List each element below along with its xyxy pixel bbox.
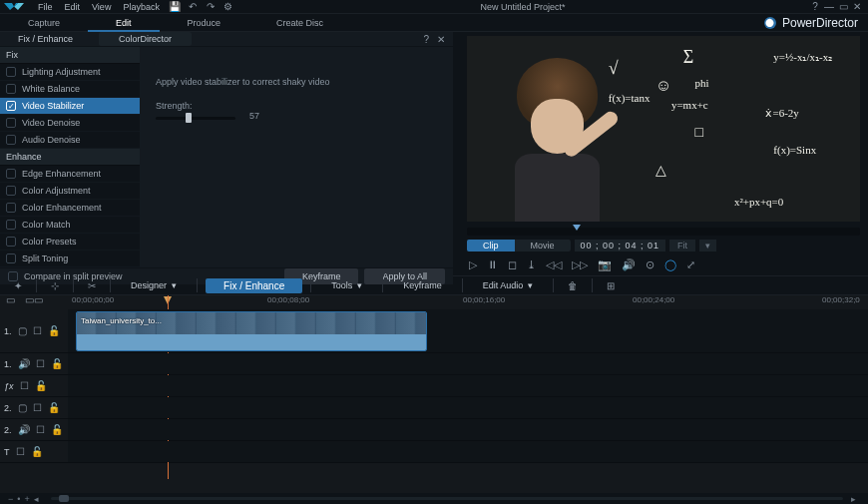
loop-icon[interactable]: ⊙: [646, 258, 654, 271]
lock-icon[interactable]: 🔓: [48, 325, 60, 336]
sidebar-item-video-stabilizer[interactable]: Video Stabilizer: [0, 98, 140, 115]
panel-tab-fix-enhance[interactable]: Fix / Enhance: [8, 32, 83, 46]
checkbox-icon[interactable]: [6, 135, 16, 145]
checkbox-icon[interactable]: [6, 169, 16, 179]
edit-audio-dropdown[interactable]: Edit Audio ▾: [471, 278, 546, 292]
panel-help-icon[interactable]: ?: [423, 34, 429, 45]
trash-icon[interactable]: 🗑: [562, 278, 584, 293]
track-audio-2[interactable]: 2.🔊☐🔓: [0, 419, 868, 441]
sidebar-item-color-match[interactable]: Color Match: [0, 217, 140, 234]
magic-tool-icon[interactable]: ✦: [8, 278, 28, 293]
lock-icon[interactable]: 🔓: [48, 402, 60, 413]
zoom-marker-icon[interactable]: •: [17, 494, 20, 504]
visibility-icon[interactable]: ☐: [36, 424, 45, 435]
settings-icon[interactable]: ⚙: [221, 1, 235, 13]
menu-view[interactable]: View: [86, 2, 117, 12]
volume-icon[interactable]: 🔊: [622, 258, 636, 271]
step-back-icon[interactable]: ◁◁: [546, 258, 562, 271]
menu-file[interactable]: File: [32, 2, 59, 12]
zoom-prev-icon[interactable]: ◂: [34, 494, 39, 504]
sidebar-item-color-enhancement[interactable]: Color Enhancement: [0, 200, 140, 217]
save-icon[interactable]: 💾: [168, 1, 182, 13]
strength-slider[interactable]: [156, 117, 235, 120]
timeline-clip[interactable]: Taiwan_university_to...: [76, 311, 427, 351]
zoom-scrollbar[interactable]: [51, 497, 843, 500]
slider-thumb[interactable]: [186, 113, 192, 123]
sidebar-item-split-toning[interactable]: Split Toning: [0, 251, 140, 267]
sidebar-item-edge-enhancement[interactable]: Edge Enhancement: [0, 166, 140, 183]
checkbox-icon[interactable]: [6, 101, 16, 111]
checkbox-icon[interactable]: [6, 253, 16, 263]
lock-icon[interactable]: 🔓: [35, 380, 47, 391]
visibility-icon[interactable]: ☐: [36, 358, 45, 369]
menu-edit[interactable]: Edit: [59, 2, 87, 12]
sidebar-item-video-denoise[interactable]: Video Denoise: [0, 115, 140, 132]
panel-close-icon[interactable]: ✕: [437, 34, 445, 45]
visibility-icon[interactable]: ☐: [33, 402, 42, 413]
zoom-thumb[interactable]: [59, 495, 69, 502]
sidebar-item-lighting[interactable]: Lighting Adjustment: [0, 64, 140, 81]
scrubber-thumb[interactable]: [573, 225, 581, 231]
close-icon[interactable]: ✕: [850, 1, 864, 13]
lock-icon[interactable]: 🔓: [51, 358, 63, 369]
audio-track-icon[interactable]: 🔊: [18, 358, 30, 369]
quality-dropdown[interactable]: ▾: [699, 240, 716, 252]
lock-icon[interactable]: 🔓: [31, 446, 43, 457]
tab-capture[interactable]: Capture: [0, 14, 88, 32]
checkbox-icon[interactable]: [6, 220, 16, 230]
tools-dropdown[interactable]: Tools ▾: [319, 278, 374, 292]
timecode[interactable]: 00 ; 00 ; 04 ; 01: [575, 240, 666, 252]
help-icon[interactable]: ?: [808, 1, 822, 13]
track-fx[interactable]: ƒx☐🔓: [0, 375, 868, 397]
zoom-next-icon[interactable]: ▸: [851, 494, 856, 504]
audio-track-icon[interactable]: 🔊: [18, 424, 30, 435]
designer-dropdown[interactable]: Designer ▾: [119, 278, 189, 292]
minimize-icon[interactable]: ―: [822, 1, 836, 13]
track-audio-1[interactable]: 1.🔊☐🔓: [0, 353, 868, 375]
undo-icon[interactable]: ↶: [186, 1, 200, 13]
track-video-1[interactable]: 1.▢☐🔓 Taiwan_university_to...: [0, 309, 868, 353]
more-icon[interactable]: ⊞: [601, 278, 621, 293]
checkbox-icon[interactable]: [6, 237, 16, 247]
mode-movie[interactable]: Movie: [515, 240, 571, 252]
video-track-icon[interactable]: ▢: [18, 325, 27, 336]
visibility-icon[interactable]: ☐: [20, 380, 29, 391]
play-icon[interactable]: ▷: [469, 258, 477, 271]
snapshot-icon[interactable]: 📷: [598, 258, 612, 271]
sidebar-item-color-presets[interactable]: Color Presets: [0, 234, 140, 251]
checkbox-icon[interactable]: [6, 84, 16, 94]
track-title[interactable]: T☐🔓: [0, 441, 868, 463]
split-icon[interactable]: ⊹: [45, 278, 65, 293]
visibility-icon[interactable]: ☐: [33, 325, 42, 336]
pause-icon[interactable]: ⏸: [487, 258, 498, 270]
sidebar-item-audio-denoise[interactable]: Audio Denoise: [0, 132, 140, 149]
checkbox-icon[interactable]: [6, 203, 16, 213]
preview-scrubber[interactable]: [467, 228, 860, 236]
3d-icon[interactable]: ◯: [664, 258, 676, 271]
keyframe-button-toolbar[interactable]: Keyframe: [391, 278, 454, 292]
tab-edit[interactable]: Edit: [88, 14, 160, 32]
checkbox-icon[interactable]: [6, 118, 16, 128]
tab-create-disc[interactable]: Create Disc: [248, 14, 351, 32]
sidebar-item-white-balance[interactable]: White Balance: [0, 81, 140, 98]
popout-icon[interactable]: ⤢: [686, 258, 695, 271]
fix-enhance-button[interactable]: Fix / Enhance: [206, 278, 302, 293]
mode-clip[interactable]: Clip: [467, 240, 515, 252]
redo-icon[interactable]: ↷: [204, 1, 217, 13]
menu-playback[interactable]: Playback: [117, 2, 166, 12]
track-video-2[interactable]: 2.▢☐🔓: [0, 397, 868, 419]
maximize-icon[interactable]: ▭: [836, 1, 850, 13]
zoom-out-icon[interactable]: −: [8, 494, 13, 504]
timeline-ruler[interactable]: 00;00;00;00 00;00;08;00 00;00;16;00 00;0…: [0, 295, 868, 309]
lock-icon[interactable]: 🔓: [51, 424, 63, 435]
sidebar-item-color-adjustment[interactable]: Color Adjustment: [0, 183, 140, 200]
zoom-in-icon[interactable]: +: [24, 494, 29, 504]
cut-icon[interactable]: ✂: [82, 278, 102, 293]
video-track-icon[interactable]: ▢: [18, 402, 27, 413]
visibility-icon[interactable]: ☐: [16, 446, 25, 457]
tab-produce[interactable]: Produce: [160, 14, 249, 32]
fit-dropdown[interactable]: Fit: [669, 240, 695, 252]
checkbox-icon[interactable]: [6, 186, 16, 196]
prev-frame-icon[interactable]: ⤓: [527, 258, 536, 271]
panel-tab-colordirector[interactable]: ColorDirector: [99, 32, 192, 46]
